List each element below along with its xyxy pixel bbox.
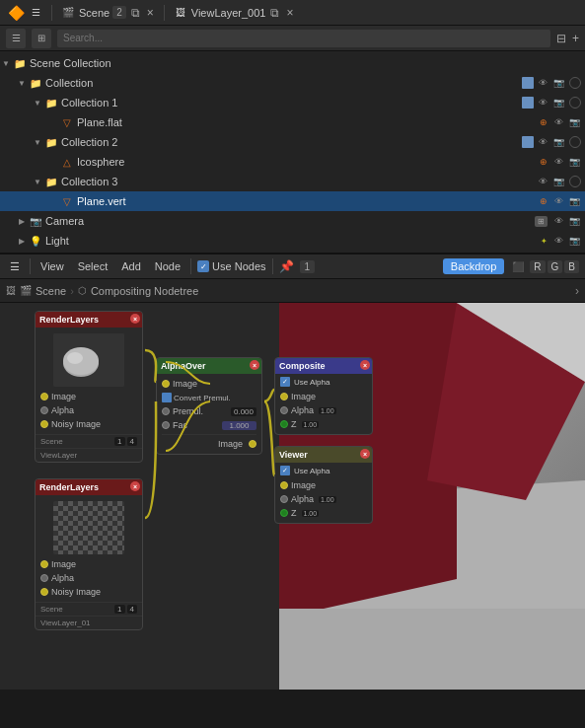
tree-row-collection3[interactable]: ▼ 📁 Collection 3 👁 📷: [0, 172, 585, 191]
camera-icon[interactable]: 📷: [551, 76, 565, 90]
viewer-z-val[interactable]: 1.00: [302, 510, 320, 517]
bc-nodetree[interactable]: Compositing Nodetree: [91, 285, 198, 297]
b-btn[interactable]: B: [564, 260, 579, 273]
viewer-alpha-val[interactable]: 1.00: [319, 496, 336, 503]
add-menu-btn[interactable]: Add: [117, 258, 145, 274]
rl1-num1[interactable]: 1: [114, 437, 124, 446]
node-render-layer-2[interactable]: RenderLayers × Image Alpha Noisy Image S…: [35, 478, 143, 630]
eye-icon[interactable]: 👁: [536, 76, 549, 90]
viewer-close[interactable]: ×: [360, 449, 370, 459]
tree-row-light[interactable]: ▶ 💡 Light ✦ 👁 📷: [0, 231, 585, 251]
c3-eye-icon[interactable]: 👁: [536, 175, 549, 188]
expand-plane-flat[interactable]: [47, 116, 59, 128]
expand-plane-vert[interactable]: [47, 195, 59, 207]
close-vl-btn[interactable]: ×: [284, 6, 295, 20]
restrict-icon[interactable]: [569, 77, 581, 89]
use-nodes-toggle[interactable]: ✓ Use Nodes: [197, 260, 265, 272]
ao-fac-val[interactable]: 1.000: [222, 421, 256, 430]
c1-eye-icon[interactable]: 👁: [536, 96, 549, 109]
copy-btn[interactable]: ⧉: [129, 6, 142, 20]
c1-cam-icon[interactable]: 📷: [551, 96, 565, 109]
comp-use-alpha[interactable]: ✓ Use Alpha: [280, 377, 367, 387]
app-menu[interactable]: 🔶 ☰: [4, 5, 47, 21]
c2-check[interactable]: [522, 136, 534, 148]
ao-convert-check[interactable]: Convert Premul.: [162, 393, 231, 402]
copy-vl-btn[interactable]: ⧉: [268, 6, 281, 20]
c2-eye-icon[interactable]: 👁: [536, 135, 549, 149]
ao-premul-val[interactable]: 0.000: [231, 407, 256, 416]
slot-num[interactable]: 1: [300, 260, 316, 273]
expand-icosphere[interactable]: [47, 156, 59, 168]
viewlayer-label[interactable]: ViewLayer_001: [191, 7, 266, 19]
close-scene-btn[interactable]: ×: [145, 6, 156, 20]
expand-light[interactable]: ▶: [16, 235, 28, 247]
pv-cam-icon[interactable]: 📷: [567, 194, 581, 208]
view-menu-btn[interactable]: View: [37, 258, 68, 274]
expand-collection3[interactable]: ▼: [32, 176, 43, 187]
expand-collection[interactable]: ▼: [16, 77, 28, 89]
view-icon[interactable]: ☰: [28, 5, 43, 21]
scene-label[interactable]: Scene: [79, 7, 110, 19]
backdrop-options[interactable]: ⬛: [512, 261, 524, 272]
node-composite[interactable]: Composite × ✓ Use Alpha Image Alpha 1.00…: [274, 357, 373, 435]
c3-restrict[interactable]: [569, 176, 581, 187]
expand-collection2[interactable]: ▼: [32, 136, 43, 148]
comp-cb[interactable]: ✓: [280, 377, 290, 387]
rl2-num1[interactable]: 1: [114, 605, 124, 614]
display-mode-btn[interactable]: ⊞: [32, 29, 51, 48]
comp-z-val[interactable]: 1.00: [302, 421, 320, 428]
select-menu-btn[interactable]: Select: [74, 258, 112, 274]
viewer-use-alpha[interactable]: ✓ Use Alpha: [280, 466, 367, 475]
rl1-num2[interactable]: 4: [127, 437, 137, 446]
node-viewer[interactable]: Viewer × ✓ Use Alpha Image Alpha 1.00 Z …: [274, 446, 373, 524]
lt-cam-icon[interactable]: 📷: [567, 234, 581, 248]
tree-row-plane-vert[interactable]: ▽ Plane.vert ⊕ 👁 📷: [0, 191, 585, 211]
viewer-cb[interactable]: ✓: [280, 466, 290, 475]
version-num[interactable]: 2: [112, 6, 126, 19]
cam-cam-icon[interactable]: 📷: [567, 214, 581, 228]
c2-restrict[interactable]: [569, 136, 581, 148]
tree-row-icosphere[interactable]: △ Icosphere ⊕ 👁 📷: [0, 152, 585, 172]
tree-row-camera[interactable]: ▶ 📷 Camera ⊞ 👁 📷: [0, 211, 585, 231]
r-btn[interactable]: R: [530, 260, 545, 273]
node-render-layer-1[interactable]: RenderLayers × Image Alpha: [35, 311, 143, 463]
pf-eye-icon[interactable]: 👁: [551, 115, 565, 129]
tree-row-collection1[interactable]: ▼ 📁 Collection 1 👁 📷: [0, 93, 585, 112]
view-menu-btn[interactable]: ☰: [6, 29, 26, 48]
c2-cam-icon[interactable]: 📷: [551, 135, 565, 149]
g-btn[interactable]: G: [548, 260, 563, 273]
pv-eye-icon[interactable]: 👁: [551, 194, 565, 208]
backdrop-btn[interactable]: Backdrop: [443, 258, 504, 274]
expand-camera[interactable]: ▶: [16, 215, 28, 227]
use-nodes-checkbox[interactable]: ✓: [197, 260, 209, 272]
comp-close[interactable]: ×: [360, 360, 370, 370]
expand-scene-collection[interactable]: ▼: [0, 57, 12, 69]
add-filter-icon[interactable]: +: [572, 32, 579, 45]
ico-cam-icon[interactable]: 📷: [567, 155, 581, 169]
ico-eye-icon[interactable]: 👁: [551, 155, 565, 169]
rl2-close[interactable]: ×: [130, 481, 140, 491]
filter-icon[interactable]: ⊟: [556, 32, 566, 45]
rl1-close[interactable]: ×: [130, 314, 140, 324]
tree-row-collection[interactable]: ▼ 📁 Collection 👁 📷: [0, 73, 585, 93]
c1-check[interactable]: [522, 97, 534, 109]
tree-row-plane-flat[interactable]: ▽ Plane.flat ⊕ 👁 📷: [0, 112, 585, 132]
tree-row-scene-collection[interactable]: ▼ 📁 Scene Collection: [0, 53, 585, 73]
node-alpha-over[interactable]: AlphaOver × Image Convert Premul. Premul…: [156, 357, 262, 455]
pin-icon[interactable]: 📌: [279, 259, 294, 273]
node-menu-btn[interactable]: Node: [151, 258, 184, 274]
bc-scene[interactable]: Scene: [36, 285, 66, 297]
c1-restrict[interactable]: [569, 97, 581, 109]
pf-cam-icon[interactable]: 📷: [567, 115, 581, 129]
expand-collection1[interactable]: ▼: [32, 97, 43, 109]
comp-alpha-val[interactable]: 1.00: [319, 407, 336, 414]
collection-check[interactable]: [522, 77, 534, 89]
rl2-num2[interactable]: 4: [127, 605, 137, 614]
lt-eye-icon[interactable]: 👁: [551, 234, 565, 248]
cam-eye-icon[interactable]: 👁: [551, 214, 565, 228]
c3-cam-icon[interactable]: 📷: [551, 175, 565, 188]
search-input[interactable]: [57, 30, 550, 47]
ao-cb[interactable]: [162, 393, 172, 402]
ao-close[interactable]: ×: [250, 360, 259, 370]
tree-row-collection2[interactable]: ▼ 📁 Collection 2 👁 📷: [0, 132, 585, 152]
